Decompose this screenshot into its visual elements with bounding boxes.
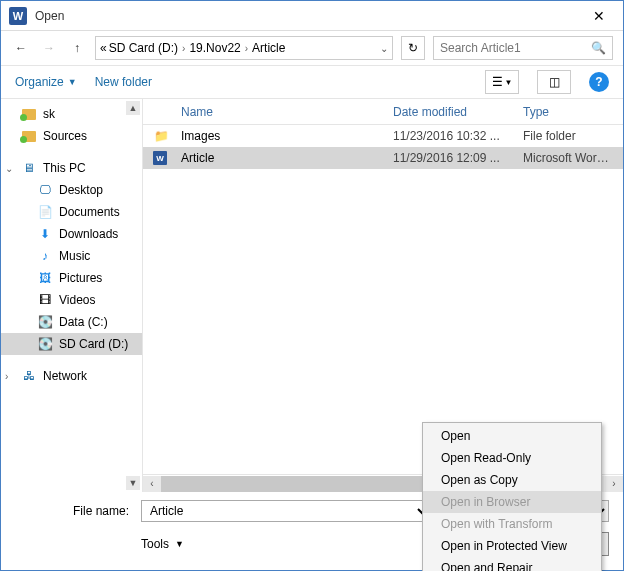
search-placeholder: Search Article1	[440, 41, 521, 55]
list-icon: ☰	[492, 75, 503, 89]
tree-item-sources[interactable]: Sources	[1, 125, 142, 147]
collapse-icon[interactable]: ⌄	[5, 163, 13, 174]
pictures-icon: 🖼	[37, 270, 53, 286]
scroll-down-button[interactable]: ▼	[126, 476, 140, 490]
drive-icon: 💽	[37, 336, 53, 352]
scroll-left-button[interactable]: ‹	[143, 476, 161, 492]
forward-button[interactable]: →	[39, 38, 59, 58]
tree-item-videos[interactable]: 🎞Videos	[1, 289, 142, 311]
menu-open-in-browser: Open in Browser	[423, 491, 601, 513]
tree-item-network[interactable]: ›🖧Network	[1, 365, 142, 387]
documents-icon: 📄	[37, 204, 53, 220]
tree-item-this-pc[interactable]: ⌄🖥This PC	[1, 157, 142, 179]
tree-item-desktop[interactable]: 🖵Desktop	[1, 179, 142, 201]
filename-label: File name:	[15, 504, 133, 518]
tree-item-pictures[interactable]: 🖼Pictures	[1, 267, 142, 289]
breadcrumb-item[interactable]: Article	[252, 41, 285, 55]
menu-open-and-repair[interactable]: Open and Repair	[423, 557, 601, 571]
nav-row: ← → ↑ « SD Card (D:) › 19.Nov22 › Articl…	[1, 31, 623, 65]
folder-tree[interactable]: ▲ sk Sources ⌄🖥This PC 🖵Desktop 📄Documen…	[1, 99, 143, 492]
view-mode-button[interactable]: ☰ ▼	[485, 70, 519, 94]
chevron-right-icon: ›	[243, 43, 250, 54]
desktop-icon: 🖵	[37, 182, 53, 198]
breadcrumb-item[interactable]: SD Card (D:)	[109, 41, 178, 55]
drive-icon: 💽	[37, 314, 53, 330]
expand-icon[interactable]: ›	[5, 371, 8, 382]
dropdown-icon: ▼	[68, 77, 77, 87]
new-folder-button[interactable]: New folder	[95, 75, 152, 89]
help-button[interactable]: ?	[589, 72, 609, 92]
tree-item-sd-card[interactable]: 💽SD Card (D:)	[1, 333, 142, 355]
downloads-icon: ⬇	[37, 226, 53, 242]
search-input[interactable]: Search Article1 🔍	[433, 36, 613, 60]
file-type: Microsoft Word D...	[523, 151, 623, 165]
file-row[interactable]: WArticle11/29/2016 12:09 ...Microsoft Wo…	[143, 147, 623, 169]
tree-item-sk[interactable]: sk	[1, 103, 142, 125]
up-button[interactable]: ↑	[67, 38, 87, 58]
tools-button[interactable]: Tools ▼	[141, 537, 184, 551]
scroll-right-button[interactable]: ›	[605, 476, 623, 492]
breadcrumb-dropdown-icon[interactable]: ⌄	[380, 43, 388, 54]
preview-pane-button[interactable]: ◫	[537, 70, 571, 94]
monitor-icon: 🖥	[21, 160, 37, 176]
file-type: File folder	[523, 129, 623, 143]
filename-input[interactable]: Article	[141, 500, 431, 522]
menu-open[interactable]: Open	[423, 425, 601, 447]
file-row[interactable]: 📁Images11/23/2016 10:32 ...File folder	[143, 125, 623, 147]
open-dropdown-menu: Open Open Read-Only Open as Copy Open in…	[422, 422, 602, 571]
dropdown-icon: ▼	[175, 539, 184, 549]
window-title: Open	[35, 9, 579, 23]
organize-button[interactable]: Organize ▼	[15, 75, 77, 89]
tree-item-downloads[interactable]: ⬇Downloads	[1, 223, 142, 245]
column-headers: Name Date modified Type	[143, 99, 623, 125]
videos-icon: 🎞	[37, 292, 53, 308]
back-button[interactable]: ←	[11, 38, 31, 58]
file-name: Article	[181, 151, 393, 165]
folder-icon: 📁	[153, 128, 169, 144]
scroll-up-button[interactable]: ▲	[126, 101, 140, 115]
breadcrumb[interactable]: « SD Card (D:) › 19.Nov22 › Article ⌄	[95, 36, 393, 60]
file-name: Images	[181, 129, 393, 143]
pane-icon: ◫	[549, 75, 560, 89]
breadcrumb-prefix: «	[100, 41, 107, 55]
menu-open-with-transform: Open with Transform	[423, 513, 601, 535]
search-icon: 🔍	[591, 41, 606, 55]
tree-item-data-c[interactable]: 💽Data (C:)	[1, 311, 142, 333]
chevron-right-icon: ›	[180, 43, 187, 54]
menu-open-protected-view[interactable]: Open in Protected View	[423, 535, 601, 557]
tree-item-documents[interactable]: 📄Documents	[1, 201, 142, 223]
column-name[interactable]: Name	[153, 105, 393, 119]
breadcrumb-item[interactable]: 19.Nov22	[189, 41, 240, 55]
file-date: 11/29/2016 12:09 ...	[393, 151, 523, 165]
tree-item-music[interactable]: ♪Music	[1, 245, 142, 267]
word-app-icon: W	[9, 7, 27, 25]
refresh-button[interactable]: ↻	[401, 36, 425, 60]
close-button[interactable]: ✕	[579, 2, 619, 30]
dropdown-icon: ▼	[505, 78, 513, 87]
toolbar: Organize ▼ New folder ☰ ▼ ◫ ?	[1, 65, 623, 99]
column-date[interactable]: Date modified	[393, 105, 523, 119]
word-doc-icon: W	[153, 151, 167, 165]
titlebar: W Open ✕	[1, 1, 623, 31]
file-date: 11/23/2016 10:32 ...	[393, 129, 523, 143]
menu-open-as-copy[interactable]: Open as Copy	[423, 469, 601, 491]
folder-sync-icon	[22, 107, 36, 121]
menu-open-read-only[interactable]: Open Read-Only	[423, 447, 601, 469]
column-type[interactable]: Type	[523, 105, 623, 119]
music-icon: ♪	[37, 248, 53, 264]
folder-sync-icon	[22, 129, 36, 143]
network-icon: 🖧	[21, 368, 37, 384]
